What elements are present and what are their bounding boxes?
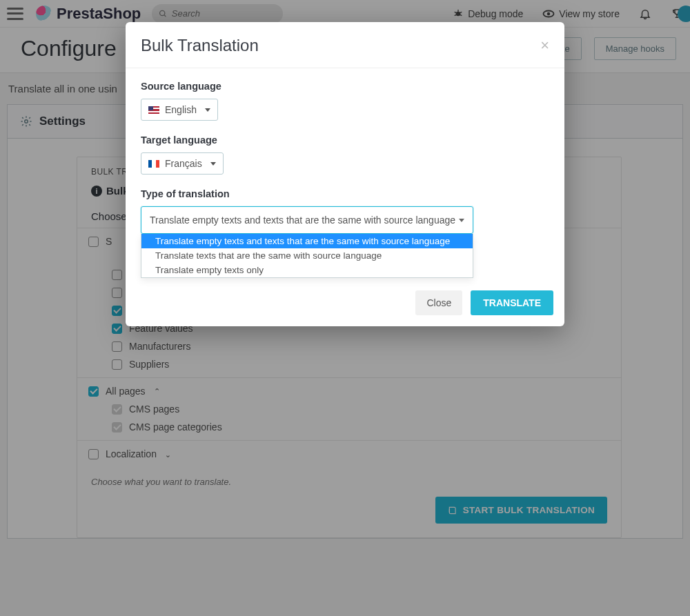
translate-button[interactable]: TRANSLATE xyxy=(471,290,553,315)
source-language-label: Source language xyxy=(141,81,549,92)
type-dropdown-list: Translate empty texts and texts that are… xyxy=(141,234,473,278)
close-icon[interactable]: × xyxy=(540,37,549,54)
target-language-select[interactable]: Français xyxy=(141,152,224,175)
chevron-down-icon xyxy=(459,219,464,222)
bulk-translation-modal: Bulk Translation × Source language Engli… xyxy=(126,22,564,326)
target-language-label: Target language xyxy=(141,135,549,146)
modal-title: Bulk Translation xyxy=(141,36,259,55)
flag-us-icon xyxy=(148,106,159,114)
chevron-down-icon xyxy=(205,108,210,112)
dropdown-option[interactable]: Translate empty texts and texts that are… xyxy=(141,234,473,248)
dropdown-option[interactable]: Translate texts that are the same with s… xyxy=(141,248,473,263)
chevron-down-icon xyxy=(210,162,216,166)
source-language-select[interactable]: English xyxy=(141,99,218,121)
type-of-translation-select[interactable]: Translate empty texts and texts that are… xyxy=(141,206,473,234)
close-button[interactable]: Close xyxy=(415,290,462,315)
flag-fr-icon xyxy=(148,160,159,168)
type-label: Type of translation xyxy=(141,188,549,199)
dropdown-option[interactable]: Translate empty texts only xyxy=(141,263,473,277)
